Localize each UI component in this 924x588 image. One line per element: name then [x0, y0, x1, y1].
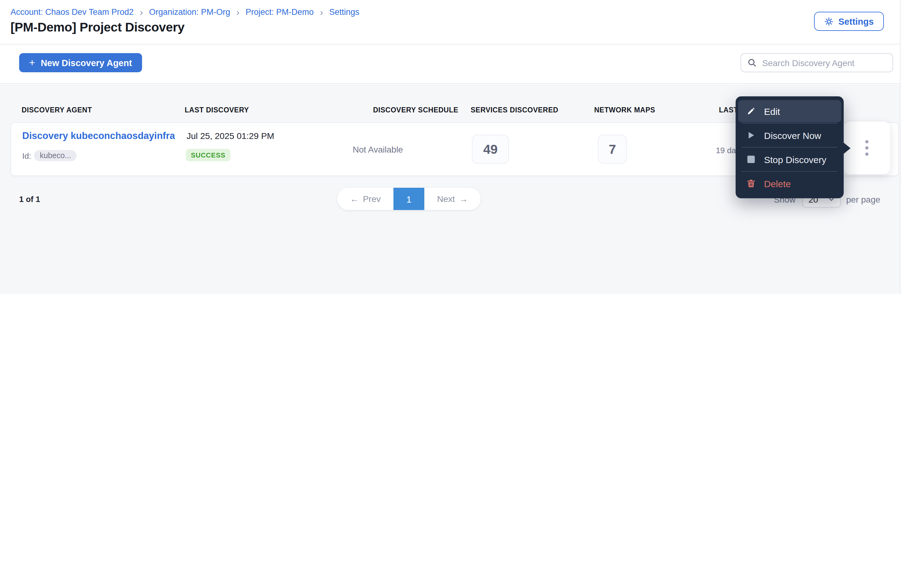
agent-id-value[interactable]: kubeco... [34, 150, 77, 161]
column-header-services-discovered: SERVICES DISCOVERED [471, 106, 558, 114]
search-box [741, 53, 893, 72]
settings-button-label: Settings [838, 17, 874, 26]
toolbar: + New Discovery Agent [0, 45, 900, 84]
chevron-right-icon: › [236, 7, 239, 17]
trash-icon [746, 179, 756, 188]
current-page-button[interactable]: 1 [393, 188, 424, 210]
agent-id-label: Id: [22, 151, 31, 160]
gear-icon [824, 17, 834, 26]
services-discovered-count[interactable]: 49 [472, 135, 509, 164]
search-icon [747, 58, 757, 67]
project-discovery-page: Account: Chaos Dev Team Prod2 › Organiza… [0, 0, 924, 294]
right-rail [900, 0, 924, 294]
plus-icon: + [29, 58, 35, 68]
page-summary: 1 of 1 [19, 195, 40, 204]
search-discovery-agent-input[interactable] [762, 58, 886, 68]
chevron-right-icon: › [320, 7, 323, 17]
agent-name-link[interactable]: Discovery kubeconchaosdayinfra [22, 130, 175, 142]
stop-icon [746, 156, 756, 163]
row-actions-card [844, 122, 890, 174]
popover-arrow [844, 143, 850, 154]
top-header-bar: Account: Chaos Dev Team Prod2 › Organiza… [0, 0, 900, 45]
network-maps-count[interactable]: 7 [598, 135, 627, 164]
menu-separator [742, 147, 838, 148]
discovery-schedule-value: Not Available [353, 145, 403, 154]
agent-id-line: Id: kubeco... [22, 150, 77, 161]
breadcrumb-organization-link[interactable]: Organization: PM-Org [149, 7, 230, 17]
page-title: [PM-Demo] Project Discovery [10, 20, 184, 35]
menu-item-stop-discovery[interactable]: Stop Discovery [738, 148, 841, 170]
menu-item-discover-now[interactable]: Discover Now [738, 124, 841, 146]
settings-button[interactable]: Settings [814, 12, 884, 31]
arrow-right-icon: → [459, 194, 468, 204]
breadcrumb: Account: Chaos Dev Team Prod2 › Organiza… [10, 7, 359, 17]
column-header-discovery-schedule: DISCOVERY SCHEDULE [373, 106, 458, 114]
prev-page-button[interactable]: ← Prev [337, 188, 393, 210]
row-context-menu: Edit Discover Now Stop Discovery Delete [736, 96, 844, 198]
kebab-menu-button[interactable] [862, 137, 872, 159]
column-header-last-discovery: LAST DISCOVERY [185, 106, 249, 114]
column-header-network-maps: NETWORK MAPS [594, 106, 655, 114]
status-badge: SUCCESS [186, 149, 230, 161]
new-discovery-agent-button[interactable]: + New Discovery Agent [19, 53, 142, 72]
last-discovery-time: Jul 25, 2025 01:29 PM [186, 131, 274, 141]
breadcrumb-settings-link[interactable]: Settings [329, 7, 360, 17]
menu-item-delete[interactable]: Delete [738, 172, 841, 195]
per-page-label: per page [846, 195, 881, 205]
menu-separator [742, 123, 838, 124]
chevron-right-icon: › [140, 7, 143, 17]
menu-item-edit[interactable]: Edit [738, 100, 841, 122]
pagination-control: ← Prev 1 Next → [337, 188, 480, 210]
menu-separator [742, 171, 838, 172]
next-page-button[interactable]: Next → [424, 188, 480, 210]
breadcrumb-project-link[interactable]: Project: PM-Demo [246, 7, 314, 17]
pencil-icon [746, 107, 756, 116]
arrow-left-icon: ← [350, 194, 358, 204]
breadcrumb-account-link[interactable]: Account: Chaos Dev Team Prod2 [10, 7, 134, 17]
column-header-last: LAST [719, 106, 738, 114]
column-header-discovery-agent: DISCOVERY AGENT [21, 106, 92, 114]
play-icon [746, 131, 756, 140]
new-discovery-agent-label: New Discovery Agent [41, 58, 132, 68]
